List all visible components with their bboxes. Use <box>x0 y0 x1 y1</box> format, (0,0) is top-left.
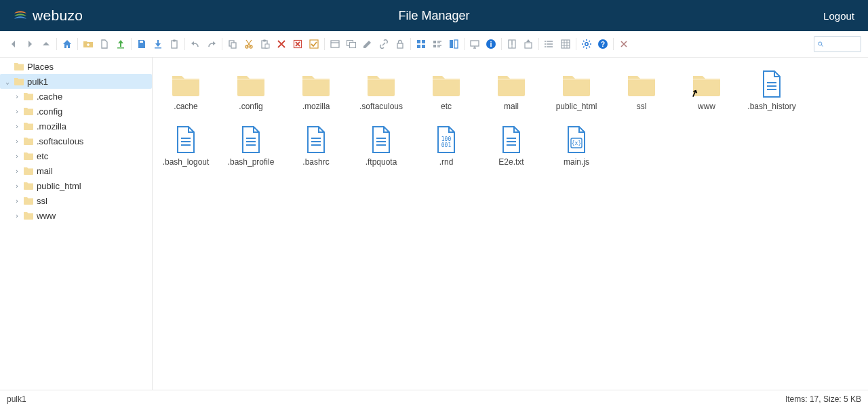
help-icon[interactable] <box>596 37 610 51</box>
expand-toggle-icon[interactable]: › <box>12 108 22 115</box>
logout-link[interactable]: Logout <box>823 10 868 22</box>
undo-icon[interactable] <box>189 37 202 51</box>
expand-toggle-icon[interactable]: ⌄ <box>3 78 12 85</box>
search-input[interactable] <box>827 39 858 49</box>
tree-item-public_html[interactable]: ›public_html <box>0 178 152 193</box>
expand-toggle-icon[interactable]: › <box>12 182 22 190</box>
new-file-icon[interactable] <box>98 37 111 51</box>
folder-icon <box>14 61 24 72</box>
file-item[interactable]: .softaculous <box>355 66 408 115</box>
expand-toggle-icon[interactable]: › <box>12 138 22 145</box>
file-item[interactable]: etc <box>420 66 473 115</box>
compress-icon[interactable] <box>505 37 519 51</box>
file-icon <box>168 124 203 155</box>
close-icon[interactable] <box>617 37 631 51</box>
view-icons-icon[interactable] <box>414 37 428 51</box>
permissions-icon[interactable] <box>393 37 407 51</box>
brand-logo: webuzo <box>0 7 83 24</box>
settings-icon[interactable] <box>580 37 593 51</box>
tree-item-ssl[interactable]: ›ssl <box>0 193 152 208</box>
folder-icon <box>23 195 34 206</box>
folder-icon <box>23 210 34 221</box>
file-item[interactable]: ↗www <box>680 66 733 115</box>
file-item[interactable]: public_html <box>550 66 603 115</box>
link-icon[interactable] <box>377 37 391 51</box>
expand-toggle-icon[interactable]: › <box>12 93 22 100</box>
file-name: public_html <box>556 102 597 112</box>
expand-toggle-icon[interactable]: › <box>12 152 22 160</box>
file-name: etc <box>441 102 452 112</box>
view-tiles-icon[interactable] <box>431 37 444 51</box>
tree-item-softaculous[interactable]: ›.softaculous <box>0 134 152 148</box>
file-item[interactable]: .mozilla <box>290 66 342 115</box>
paste-icon[interactable] <box>258 37 272 51</box>
tree-item-mail[interactable]: ›mail <box>0 163 152 178</box>
file-name: .bash_profile <box>228 158 275 167</box>
edit-icon[interactable] <box>361 37 374 51</box>
file-item[interactable]: .config <box>224 66 277 115</box>
copy-icon[interactable] <box>226 37 239 51</box>
file-icon <box>429 124 464 155</box>
folder-icon <box>494 68 529 100</box>
upload-icon[interactable] <box>114 37 127 51</box>
tree-item-label: public_html <box>37 181 148 191</box>
delete-icon[interactable] <box>275 37 288 51</box>
tree-item-cache[interactable]: ›.cache <box>0 89 152 104</box>
up-icon[interactable] <box>39 37 53 51</box>
tree-item-config[interactable]: ›.config <box>0 104 152 119</box>
preview-icon[interactable] <box>468 37 481 51</box>
expand-toggle-icon[interactable]: › <box>12 167 22 175</box>
window-dup-icon[interactable] <box>344 37 358 51</box>
new-folder-icon[interactable] <box>81 37 95 51</box>
view-split-icon[interactable] <box>447 37 460 51</box>
tree-item-etc[interactable]: ›etc <box>0 148 152 163</box>
folder-icon <box>23 91 34 102</box>
file-item[interactable]: .bash_history <box>745 66 798 115</box>
file-icon <box>233 124 269 155</box>
file-item[interactable]: E2e.txt <box>485 121 538 170</box>
home-icon[interactable] <box>60 37 74 51</box>
file-item[interactable]: .rnd <box>420 121 473 170</box>
folder-icon: ↗ <box>689 68 724 100</box>
back-icon[interactable] <box>7 37 20 51</box>
file-item[interactable]: .bash_profile <box>224 121 277 170</box>
file-icon <box>363 124 399 155</box>
tree-item-label: pulk1 <box>27 77 148 87</box>
extract-icon[interactable] <box>521 37 535 51</box>
tree-item-www[interactable]: ›www <box>0 208 152 223</box>
expand-toggle-icon[interactable]: › <box>12 123 22 130</box>
folder-icon <box>298 68 334 100</box>
tree-item-Places[interactable]: Places <box>0 59 152 74</box>
download-icon[interactable] <box>151 37 165 51</box>
file-item[interactable]: ssl <box>615 66 668 115</box>
window-new-icon[interactable] <box>328 37 342 51</box>
file-item[interactable]: mail <box>485 66 538 115</box>
brand-swirl-icon <box>12 7 28 24</box>
file-item[interactable]: .bashrc <box>290 121 342 170</box>
clipboard-icon[interactable] <box>167 37 181 51</box>
sidebar-tree: Places⌄pulk1›.cache›.config›.mozilla›.so… <box>0 58 153 390</box>
expand-toggle-icon[interactable]: › <box>12 212 22 220</box>
file-name: .bash_logout <box>163 158 210 167</box>
select-icon[interactable] <box>307 37 321 51</box>
file-icon <box>494 124 529 155</box>
expand-toggle-icon[interactable]: › <box>12 197 22 205</box>
search-box[interactable] <box>814 36 861 52</box>
view-list-icon[interactable] <box>542 37 556 51</box>
folder-icon <box>23 165 34 176</box>
info-icon[interactable] <box>484 37 498 51</box>
file-name: .rnd <box>439 158 454 167</box>
tree-item-label: ssl <box>37 196 148 206</box>
tree-item-pulk1[interactable]: ⌄pulk1 <box>0 74 152 89</box>
save-icon[interactable] <box>135 37 149 51</box>
tree-item-mozilla[interactable]: ›.mozilla <box>0 119 152 134</box>
redo-icon[interactable] <box>205 37 218 51</box>
forward-icon[interactable] <box>23 37 37 51</box>
file-item[interactable]: .bash_logout <box>159 121 212 170</box>
file-item[interactable]: main.js <box>550 121 603 170</box>
file-item[interactable]: .ftpquota <box>355 121 408 170</box>
cut-icon[interactable] <box>242 37 256 51</box>
delete-all-icon[interactable] <box>291 37 304 51</box>
view-details-icon[interactable] <box>559 37 572 51</box>
file-item[interactable]: .cache <box>159 66 212 115</box>
